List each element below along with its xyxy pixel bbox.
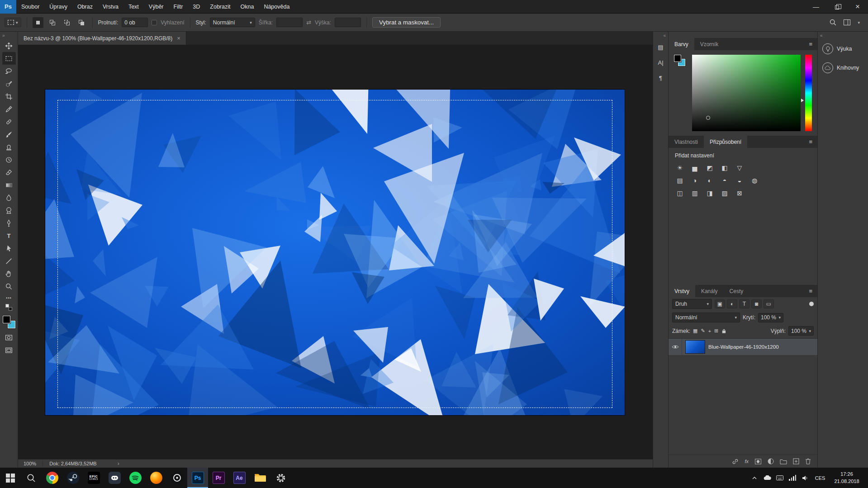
foreground-background-swatches[interactable] (3, 316, 15, 328)
move-tool[interactable] (2, 39, 16, 52)
status-chevron-icon[interactable]: › (118, 460, 119, 467)
swap-dimensions-icon[interactable]: ⇄ (306, 19, 311, 26)
gradient-tool[interactable] (2, 179, 16, 191)
after-effects-taskbar-button[interactable]: Ae (229, 468, 250, 488)
layer-filter-select[interactable]: Druh ▾ (672, 299, 712, 309)
language-indicator[interactable]: CES (811, 475, 829, 481)
filter-smart-objects-icon[interactable]: ▭ (764, 299, 774, 308)
history-brush-tool[interactable] (2, 153, 16, 166)
subtract-from-selection-button[interactable] (62, 17, 72, 28)
rectangular-marquee-tool[interactable] (2, 52, 16, 65)
tab-vlastnosti[interactable]: Vlastnosti (669, 136, 704, 148)
fill-field[interactable]: 100 % ▾ (788, 326, 814, 336)
collapse-toolbar-icon[interactable]: » (0, 33, 7, 39)
layer-style-icon[interactable]: fx (745, 459, 749, 464)
posterize-icon[interactable]: ▥ (689, 188, 701, 198)
firefox-button[interactable] (146, 468, 166, 488)
new-selection-button[interactable] (33, 17, 43, 28)
paragraph-panel-icon[interactable]: ¶ (655, 72, 667, 84)
filter-pixel-layers-icon[interactable]: ▣ (715, 299, 725, 308)
blend-mode-select[interactable]: Normální ▾ (672, 313, 740, 322)
menu-text[interactable]: Text (123, 0, 144, 13)
lock-all-icon[interactable] (721, 328, 726, 334)
edit-toolbar-button[interactable]: ••• (6, 296, 11, 300)
zoom-level[interactable]: 100% (24, 461, 43, 466)
epic-games-button[interactable]: EPIC GAMES (83, 468, 104, 488)
filter-toggle[interactable] (809, 302, 814, 306)
eyedropper-tool[interactable] (2, 103, 16, 115)
tab-prizpusobeni[interactable]: Přizpůsobení (704, 136, 747, 148)
taskbar-search-button[interactable] (21, 468, 42, 488)
layer-thumbnail[interactable] (686, 341, 705, 353)
pen-tool[interactable] (2, 217, 16, 229)
foreground-color-swatch[interactable] (3, 316, 10, 323)
character-panel-icon[interactable]: A| (655, 57, 667, 68)
menu-vyber[interactable]: Výběr (144, 0, 169, 13)
channel-mixer-icon[interactable]: ◒ (734, 175, 745, 185)
clone-stamp-tool[interactable] (2, 141, 16, 153)
discord-button[interactable] (104, 468, 125, 488)
spot-healing-brush-tool[interactable] (2, 115, 16, 128)
link-layers-icon[interactable] (732, 458, 739, 465)
media-player-button[interactable] (166, 468, 187, 488)
volume-tray-button[interactable] (799, 468, 811, 488)
lock-artboard-icon[interactable]: ⊞ (714, 328, 718, 334)
saturation-brightness-picker[interactable] (692, 55, 801, 131)
libraries-panel-button[interactable]: Knihovny (818, 58, 868, 77)
vibrance-icon[interactable]: ▽ (734, 163, 745, 173)
feather-input[interactable] (122, 18, 148, 27)
filter-type-layers-icon[interactable]: T (739, 299, 749, 308)
delete-layer-icon[interactable] (805, 458, 811, 464)
menu-obraz[interactable]: Obraz (72, 0, 98, 13)
menu-3d[interactable]: 3D (188, 0, 205, 13)
expand-panels-icon[interactable]: « (661, 33, 668, 39)
dodge-tool[interactable] (2, 204, 16, 217)
premiere-taskbar-button[interactable]: Pr (208, 468, 229, 488)
hand-tool[interactable] (2, 267, 16, 280)
color-lookup-icon[interactable]: ◍ (749, 175, 760, 185)
hue-slider-arrow[interactable] (801, 99, 806, 102)
curves-icon[interactable]: ◩ (704, 163, 716, 173)
brush-tool[interactable] (2, 128, 16, 141)
tab-barvy[interactable]: Barvy (669, 38, 694, 50)
document-tab[interactable]: Bez názvu-3 @ 100% (Blue-Wallpaper-46-19… (18, 32, 186, 45)
quick-mask-button[interactable] (2, 331, 16, 344)
learn-panel-button[interactable]: Výuka (818, 39, 868, 58)
close-tab-icon[interactable]: × (177, 35, 180, 42)
close-button[interactable]: × (847, 0, 868, 13)
panel-menu-icon[interactable]: ≡ (804, 38, 817, 50)
tab-cesty[interactable]: Cesty (724, 285, 749, 297)
minimize-button[interactable]: — (806, 0, 826, 13)
path-selection-tool[interactable] (2, 242, 16, 255)
gradient-map-icon[interactable]: ▨ (719, 188, 730, 198)
canvas-workspace[interactable] (18, 45, 653, 459)
panel-menu-icon[interactable]: ≡ (804, 285, 817, 297)
workspace-switcher-icon[interactable] (844, 19, 850, 25)
touch-keyboard-button[interactable] (773, 468, 786, 488)
menu-okna[interactable]: Okna (235, 0, 259, 13)
antialias-checkbox[interactable] (152, 20, 157, 25)
panel-menu-icon[interactable]: ≡ (804, 136, 817, 148)
filter-shape-layers-icon[interactable]: ◙ (751, 299, 762, 308)
intersect-selection-button[interactable] (76, 17, 87, 28)
lock-transparency-icon[interactable]: ▦ (693, 328, 697, 334)
opacity-field[interactable]: 100 % ▾ (758, 313, 783, 322)
collapse-right-rail-icon[interactable]: « (818, 33, 825, 39)
layer-visibility-toggle[interactable] (669, 339, 682, 355)
crop-tool[interactable] (2, 90, 16, 103)
document-canvas[interactable] (45, 90, 625, 415)
settings-button[interactable] (270, 468, 291, 488)
lasso-tool[interactable] (2, 65, 16, 77)
color-balance-icon[interactable]: ◑ (689, 175, 701, 185)
photo-filter-icon[interactable]: ◓ (719, 175, 730, 185)
chrome-button[interactable] (42, 468, 62, 488)
style-select[interactable]: Normální ▾ (210, 18, 255, 27)
start-button[interactable] (0, 468, 21, 488)
lock-paint-icon[interactable]: ✎ (701, 328, 705, 334)
height-input[interactable] (335, 18, 361, 27)
photoshop-taskbar-button[interactable]: Ps (187, 468, 208, 488)
width-input[interactable] (276, 18, 303, 27)
hue-slider[interactable] (805, 55, 812, 131)
select-and-mask-button[interactable]: Vybrat a maskovat... (372, 17, 441, 28)
tab-kanaly[interactable]: Kanály (695, 285, 724, 297)
